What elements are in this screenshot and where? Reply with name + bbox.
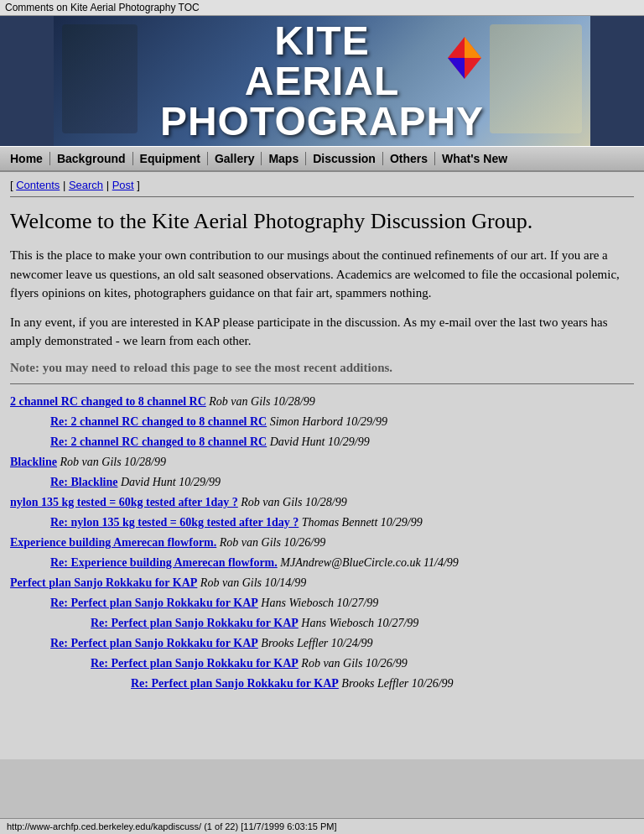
- thread-link-14[interactable]: Re: Perfect plan Sanjo Rokkaku for KAP: [91, 657, 299, 670]
- thread-meta-10: Rob van Gils 10/14/99: [197, 576, 306, 589]
- thread-item: Re: Experience building Amerecan flowfor…: [50, 554, 634, 571]
- thread-meta-1: Rob van Gils 10/28/99: [206, 395, 315, 408]
- thread-item: Re: Perfect plan Sanjo Rokkaku for KAP H…: [50, 594, 634, 612]
- thread-item: Re: Perfect plan Sanjo Rokkaku for KAP R…: [91, 654, 634, 672]
- thread-link-13[interactable]: Re: Perfect plan Sanjo Rokkaku for KAP: [50, 637, 258, 649]
- thread-link-10[interactable]: Perfect plan Sanjo Rokkaku for KAP: [10, 576, 197, 589]
- thread-link-15[interactable]: Re: Perfect plan Sanjo Rokkaku for KAP: [131, 677, 339, 690]
- thread-meta-15: Brooks Leffler 10/26/99: [339, 677, 454, 690]
- thread-meta-2: Simon Harbord 10/29/99: [267, 415, 387, 428]
- banner-content: KITE AERIAL PHOTOGRAPHY: [54, 16, 590, 146]
- thread-link-6[interactable]: nylon 135 kg tested = 60kg tested after …: [10, 496, 238, 508]
- intro-paragraph-1: This is the place to make your own contr…: [10, 246, 634, 303]
- thread-meta-4: Rob van Gils 10/28/99: [57, 456, 166, 468]
- nav-bar: Home Background Equipment Gallery Maps D…: [0, 146, 644, 172]
- thread-link-5[interactable]: Re: Blackline: [50, 476, 118, 488]
- thread-meta-8: Rob van Gils 10/26/99: [216, 536, 325, 549]
- nav-equipment[interactable]: Equipment: [133, 152, 208, 165]
- note-text: Note: you may need to reload this page t…: [10, 361, 634, 375]
- title-bar-text: Comments on Kite Aerial Photography TOC: [5, 2, 200, 13]
- nav-others[interactable]: Others: [383, 152, 435, 165]
- divider2: [10, 383, 634, 384]
- thread-item: Experience building Amerecan flowform. R…: [10, 534, 634, 551]
- thread-item: Re: Perfect plan Sanjo Rokkaku for KAP H…: [91, 614, 634, 632]
- intro-paragraph-2: In any event, if you are interested in K…: [10, 313, 634, 351]
- nav-background[interactable]: Background: [50, 152, 133, 165]
- thread-meta-9: MJAndrew@BlueCircle.co.uk 11/4/99: [278, 556, 459, 569]
- nav-whatsnew[interactable]: What's New: [435, 152, 514, 165]
- banner-text: KITE AERIAL PHOTOGRAPHY: [160, 21, 484, 142]
- breadcrumb: [ Contents | Search | Post ]: [10, 179, 634, 191]
- thread-item: 2 channel RC changed to 8 channel RC Rob…: [10, 393, 634, 410]
- thread-item: Re: Blackline David Hunt 10/29/99: [50, 473, 634, 491]
- thread-item: Re: Perfect plan Sanjo Rokkaku for KAP B…: [50, 634, 634, 652]
- thread-link-3[interactable]: Re: 2 channel RC changed to 8 channel RC: [50, 435, 267, 448]
- thread-link-11[interactable]: Re: Perfect plan Sanjo Rokkaku for KAP: [50, 597, 258, 609]
- thread-link-12[interactable]: Re: Perfect plan Sanjo Rokkaku for KAP: [91, 617, 299, 629]
- breadcrumb-search[interactable]: Search: [69, 179, 103, 191]
- page-title: Welcome to the Kite Aerial Photography D…: [10, 209, 634, 234]
- thread-list: 2 channel RC changed to 8 channel RC Rob…: [10, 393, 634, 692]
- nav-gallery[interactable]: Gallery: [208, 152, 262, 165]
- thread-link-4[interactable]: Blackline: [10, 456, 57, 468]
- thread-item: nylon 135 kg tested = 60kg tested after …: [10, 493, 634, 511]
- thread-link-7[interactable]: Re: nylon 135 kg tested = 60kg tested af…: [50, 516, 299, 529]
- thread-meta-6: Rob van Gils 10/28/99: [238, 496, 347, 508]
- breadcrumb-contents[interactable]: Contents: [16, 179, 60, 191]
- thread-meta-3: David Hunt 10/29/99: [267, 435, 370, 448]
- svg-marker-2: [448, 58, 465, 79]
- thread-item: Re: 2 channel RC changed to 8 channel RC…: [50, 413, 634, 430]
- thread-link-9[interactable]: Re: Experience building Amerecan flowfor…: [50, 556, 278, 569]
- thread-item: Re: 2 channel RC changed to 8 channel RC…: [50, 433, 634, 451]
- thread-link-2[interactable]: Re: 2 channel RC changed to 8 channel RC: [50, 415, 267, 428]
- thread-item: Re: Perfect plan Sanjo Rokkaku for KAP B…: [131, 675, 634, 692]
- nav-home[interactable]: Home: [10, 152, 50, 165]
- thread-meta-12: Hans Wiebosch 10/27/99: [299, 617, 419, 629]
- breadcrumb-post[interactable]: Post: [112, 179, 134, 191]
- title-bar: Comments on Kite Aerial Photography TOC: [0, 0, 644, 16]
- thread-item: Perfect plan Sanjo Rokkaku for KAP Rob v…: [10, 574, 634, 592]
- thread-meta-7: Thomas Bennett 10/29/99: [299, 516, 422, 529]
- thread-meta-14: Rob van Gils 10/26/99: [299, 657, 408, 670]
- nav-maps[interactable]: Maps: [262, 152, 306, 165]
- thread-meta-5: David Hunt 10/29/99: [118, 476, 221, 488]
- nav-discussion[interactable]: Discussion: [306, 152, 383, 165]
- thread-link-1[interactable]: 2 channel RC changed to 8 channel RC: [10, 395, 206, 408]
- thread-link-8[interactable]: Experience building Amerecan flowform.: [10, 536, 216, 549]
- thread-item: Re: nylon 135 kg tested = 60kg tested af…: [50, 513, 634, 531]
- thread-meta-13: Brooks Leffler 10/24/99: [258, 637, 373, 649]
- main-content: [ Contents | Search | Post ] Welcome to …: [0, 172, 644, 759]
- thread-meta-11: Hans Wiebosch 10/27/99: [258, 597, 379, 609]
- divider: [10, 196, 634, 197]
- thread-item: Blackline Rob van Gils 10/28/99: [10, 453, 634, 471]
- header-banner: KITE AERIAL PHOTOGRAPHY: [0, 16, 644, 146]
- svg-marker-1: [465, 37, 481, 58]
